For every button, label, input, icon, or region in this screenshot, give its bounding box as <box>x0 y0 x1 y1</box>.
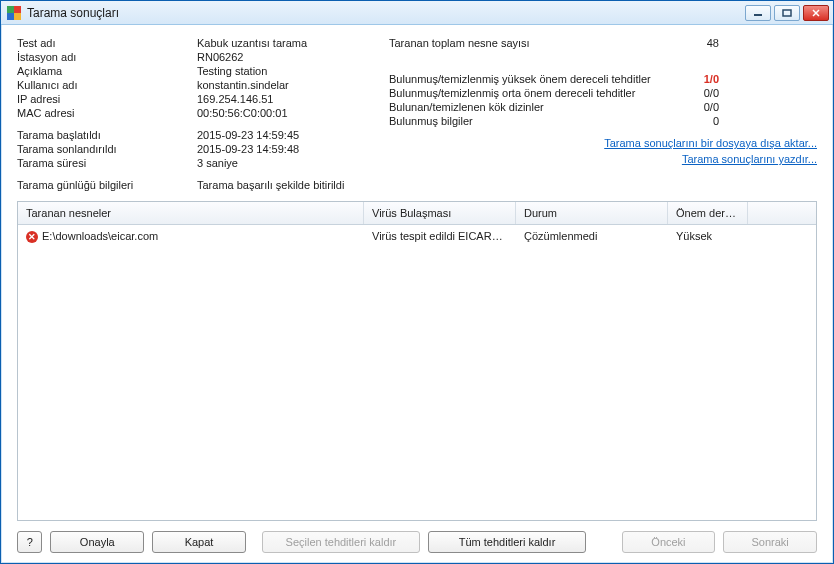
label-description: Açıklama <box>17 65 197 77</box>
value-ip: 169.254.146.51 <box>197 93 377 105</box>
next-button[interactable]: Sonraki <box>723 531 817 553</box>
label-med-threats: Bulunmuş/temizlenmiş orta önem dereceli … <box>389 87 669 99</box>
label-ip: IP adresi <box>17 93 197 105</box>
value-station-name: RN06262 <box>197 51 377 63</box>
table-row[interactable]: ✕E:\downloads\eicar.com Virüs tespit edi… <box>18 225 816 248</box>
label-test-name: Test adı <box>17 37 197 49</box>
footer-buttons: ? Onayla Kapat Seçilen tehditleri kaldır… <box>17 531 817 553</box>
value-med-threats: 0/0 <box>669 87 719 99</box>
label-scan-ended: Tarama sonlandırıldı <box>17 143 197 155</box>
scan-info-left: Test adı Kabuk uzantısı tarama İstasyon … <box>17 37 377 191</box>
value-total-objects: 48 <box>669 37 719 49</box>
col-status[interactable]: Durum <box>516 202 668 224</box>
confirm-button[interactable]: Onayla <box>50 531 144 553</box>
error-icon: ✕ <box>26 231 38 243</box>
value-scan-duration: 3 saniye <box>197 157 377 169</box>
value-test-name: Kabuk uzantısı tarama <box>197 37 377 49</box>
label-scan-duration: Tarama süresi <box>17 157 197 169</box>
minimize-button[interactable] <box>745 5 771 21</box>
col-spacer <box>748 202 816 224</box>
value-high-threats: 1/0 <box>669 73 719 85</box>
svg-rect-1 <box>783 10 791 16</box>
label-scan-log: Tarama günlüğü bilgileri <box>17 179 197 191</box>
label-total-objects: Taranan toplam nesne sayısı <box>389 37 669 49</box>
remove-selected-button[interactable]: Seçilen tehditleri kaldır <box>262 531 420 553</box>
results-table: Taranan nesneler Virüs Bulaşması Durum Ö… <box>17 201 817 521</box>
value-mac: 00:50:56:C0:00:01 <box>197 107 377 119</box>
col-infection[interactable]: Virüs Bulaşması <box>364 202 516 224</box>
close-button[interactable] <box>803 5 829 21</box>
label-rootkits: Bulunan/temizlenen kök dizinler <box>389 101 669 113</box>
label-found-info: Bulunmuş bilgiler <box>389 115 669 127</box>
value-description: Testing station <box>197 65 377 77</box>
col-objects[interactable]: Taranan nesneler <box>18 202 364 224</box>
label-username: Kullanıcı adı <box>17 79 197 91</box>
label-station-name: İstasyon adı <box>17 51 197 63</box>
titlebar[interactable]: Tarama sonuçları <box>1 1 833 25</box>
table-header: Taranan nesneler Virüs Bulaşması Durum Ö… <box>18 202 816 225</box>
col-severity[interactable]: Önem derecesi <box>668 202 748 224</box>
prev-button[interactable]: Önceki <box>622 531 716 553</box>
scan-stats: Taranan toplam nesne sayısı 48 Bulunmuş/… <box>389 37 817 127</box>
cell-status: Çözümlenmedi <box>516 228 668 245</box>
label-scan-started: Tarama başlatıldı <box>17 129 197 141</box>
scan-results-window: Tarama sonuçları Test adı Kabuk uzantısı… <box>0 0 834 564</box>
print-results-link[interactable]: Tarama sonuçlarını yazdır... <box>389 151 817 167</box>
value-username: konstantin.sindelar <box>197 79 377 91</box>
export-results-link[interactable]: Tarama sonuçlarını bir dosyaya dışa akta… <box>389 135 817 151</box>
close-dialog-button[interactable]: Kapat <box>152 531 246 553</box>
cell-object: E:\downloads\eicar.com <box>42 230 158 242</box>
value-found-info: 0 <box>669 115 719 127</box>
value-rootkits: 0/0 <box>669 101 719 113</box>
label-mac: MAC adresi <box>17 107 197 119</box>
cell-severity: Yüksek <box>668 228 748 245</box>
value-scan-log: Tarama başarılı şekilde bitirildi <box>197 179 377 191</box>
value-scan-ended: 2015-09-23 14:59:48 <box>197 143 377 155</box>
window-title: Tarama sonuçları <box>27 6 119 20</box>
label-high-threats: Bulunmuş/temizlenmiş yüksek önem derecel… <box>389 73 669 85</box>
help-button[interactable]: ? <box>17 531 42 553</box>
maximize-button[interactable] <box>774 5 800 21</box>
remove-all-button[interactable]: Tüm tehditleri kaldır <box>428 531 586 553</box>
app-icon <box>7 6 21 20</box>
cell-infection: Virüs tespit edildi EICAR_T... <box>364 228 516 245</box>
value-scan-started: 2015-09-23 14:59:45 <box>197 129 377 141</box>
